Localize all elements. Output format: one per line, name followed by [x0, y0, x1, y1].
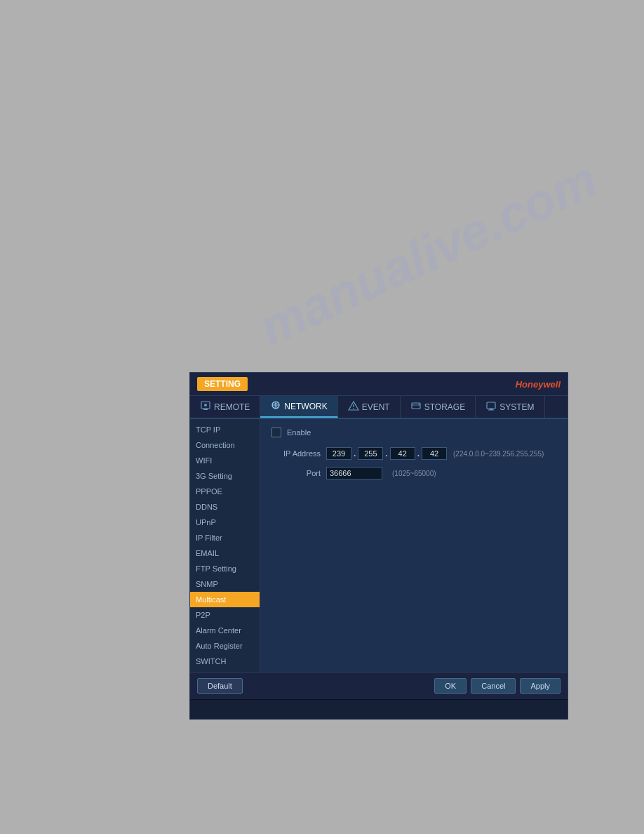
title-bar: SETTING Honeywell: [190, 373, 568, 396]
tab-bar: REMOTE NETWORK: [190, 396, 568, 419]
tab-storage[interactable]: STORAGE: [401, 396, 476, 418]
storage-icon: [410, 401, 422, 413]
sidebar-item-switch[interactable]: SWITCH: [190, 654, 260, 669]
network-icon: [270, 400, 281, 412]
sidebar-item-alarmcenter[interactable]: Alarm Center: [190, 623, 260, 638]
enable-label: Enable: [287, 428, 311, 437]
ip-octet-3[interactable]: [390, 447, 415, 460]
enable-row: Enable: [271, 428, 556, 437]
sidebar-item-autoregister[interactable]: Auto Register: [190, 638, 260, 654]
svg-point-2: [204, 404, 207, 406]
port-label: Port: [271, 469, 321, 477]
ip-octet-4[interactable]: [422, 447, 447, 460]
svg-rect-1: [203, 409, 208, 410]
ip-address-row: IP Address . . . (224.0.0.0~239.256.255.…: [271, 447, 556, 460]
tab-remote[interactable]: REMOTE: [190, 396, 260, 418]
sidebar: TCP IP Connection WIFI 3G Setting PPPOE …: [190, 419, 260, 672]
sidebar-item-ddns[interactable]: DDNS: [190, 499, 260, 515]
tab-event[interactable]: EVENT: [338, 396, 401, 418]
enable-checkbox[interactable]: [271, 428, 281, 437]
ip-inputs: . . . (224.0.0.0~239.256.255.255): [326, 447, 544, 460]
sidebar-item-upnp[interactable]: UPnP: [190, 515, 260, 530]
content-area: TCP IP Connection WIFI 3G Setting PPPOE …: [190, 419, 568, 672]
sidebar-item-ipfilter[interactable]: IP Filter: [190, 530, 260, 545]
sidebar-item-tcpip[interactable]: TCP IP: [190, 422, 260, 437]
brand-name: Honeywell: [516, 379, 561, 390]
port-hint: (1025~65000): [392, 470, 436, 477]
tab-system[interactable]: SYSTEM: [476, 396, 544, 418]
ip-dot-1: .: [354, 449, 356, 458]
main-panel: Enable IP Address . . . (224.0.0.0~239.2…: [260, 419, 568, 672]
sidebar-item-email[interactable]: EMAIL: [190, 545, 260, 561]
footer-right: OK Cancel Apply: [434, 678, 561, 694]
tab-storage-label: STORAGE: [424, 402, 465, 412]
cancel-button[interactable]: Cancel: [471, 678, 516, 694]
remote-icon: [200, 401, 211, 413]
tab-network-label: NETWORK: [284, 402, 327, 411]
sidebar-item-pppoe[interactable]: PPPOE: [190, 484, 260, 499]
ip-dot-3: .: [417, 449, 420, 458]
sidebar-item-ftpsetting[interactable]: FTP Setting: [190, 561, 260, 576]
tab-network[interactable]: NETWORK: [260, 396, 337, 418]
svg-point-8: [353, 408, 354, 409]
sidebar-item-snmp[interactable]: SNMP: [190, 576, 260, 592]
settings-dialog: SETTING Honeywell REMOTE: [189, 372, 568, 720]
svg-point-11: [418, 404, 420, 405]
apply-button[interactable]: Apply: [520, 678, 561, 694]
tab-event-label: EVENT: [362, 402, 390, 412]
ok-button[interactable]: OK: [434, 678, 467, 694]
ip-octet-2[interactable]: [358, 447, 383, 460]
event-icon: [348, 401, 359, 413]
ip-address-label: IP Address: [271, 449, 321, 458]
footer-bar: Default OK Cancel Apply: [190, 672, 568, 699]
sidebar-item-multicast[interactable]: Multicast: [190, 592, 260, 607]
tab-system-label: SYSTEM: [499, 402, 534, 412]
dialog-title: SETTING: [197, 377, 248, 391]
port-row: Port (1025~65000): [271, 467, 556, 479]
tab-remote-label: REMOTE: [214, 402, 250, 412]
ip-octet-1[interactable]: [326, 447, 351, 460]
page-wrapper: manualive.com SETTING Honeywell REMOTE: [0, 0, 644, 834]
bottom-bar: [190, 699, 568, 719]
ip-hint: (224.0.0.0~239.256.255.255): [453, 450, 544, 458]
sidebar-item-p2p[interactable]: P2P: [190, 607, 260, 623]
system-icon: [485, 401, 497, 413]
watermark: manualive.com: [250, 150, 605, 357]
ip-dot-2: .: [385, 449, 387, 458]
sidebar-item-wifi[interactable]: WIFI: [190, 453, 260, 468]
port-input[interactable]: [326, 467, 382, 479]
svg-rect-12: [487, 402, 495, 409]
default-button[interactable]: Default: [197, 678, 243, 694]
sidebar-item-3gsetting[interactable]: 3G Setting: [190, 468, 260, 484]
sidebar-item-connection[interactable]: Connection: [190, 437, 260, 453]
